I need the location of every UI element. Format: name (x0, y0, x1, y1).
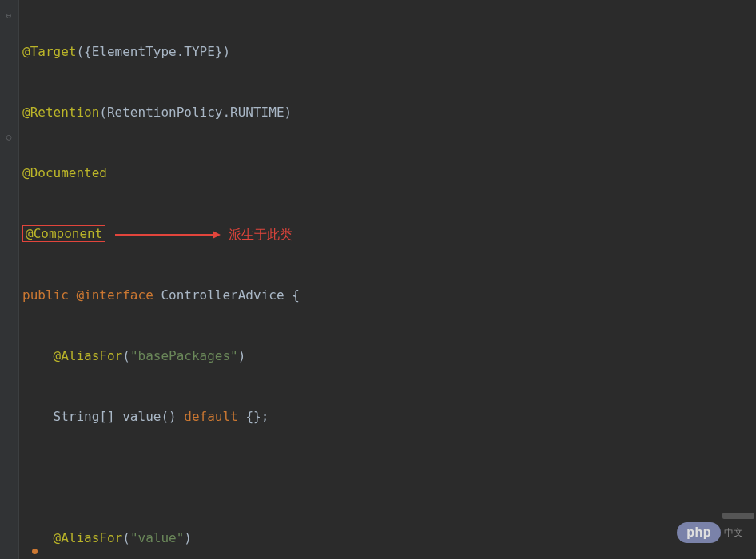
retention-args: (RetentionPolicy.RUNTIME) (99, 105, 292, 120)
string-value: "value" (130, 530, 184, 545)
annotation-component: @Component (22, 225, 105, 242)
annotation-retention: @Retention (22, 105, 99, 120)
annotation-documented: @Documented (22, 165, 107, 180)
kw-public: public (22, 287, 69, 303)
code-line: @AliasFor("value") (22, 523, 756, 553)
code-line: @Component派生于此类 (22, 219, 756, 250)
default-value: {} (245, 409, 261, 424)
bulb-icon[interactable] (32, 549, 38, 554)
arrow-icon (115, 234, 219, 236)
kw-default: default (184, 409, 237, 424)
annotation-aliasfor: @AliasFor (54, 348, 123, 363)
code-line: @Documented (22, 158, 756, 188)
editor-gutter: ⊖ ○ (0, 0, 19, 559)
annotation-target: @Target (22, 44, 76, 59)
blank-line (22, 462, 756, 493)
target-args: ({ElementType.TYPE}) (76, 44, 230, 59)
method-name: value (122, 409, 161, 424)
fold-icon[interactable]: ⊖ (3, 10, 14, 21)
code-line: @AliasFor("basePackages") (22, 341, 756, 371)
paren-close: ) (238, 348, 246, 363)
horizontal-scrollbar[interactable] (722, 513, 754, 519)
code-line: @Retention(RetentionPolicy.RUNTIME) (22, 97, 756, 128)
code-editor[interactable]: @Target({ElementType.TYPE}) @Retention(R… (0, 0, 756, 559)
return-type: String[] (54, 409, 115, 424)
code-line: @Target({ElementType.TYPE}) (22, 37, 756, 67)
code-line: public @interface ControllerAdvice { (22, 280, 756, 311)
arrow-label: 派生于此类 (229, 220, 292, 250)
code-line: String[] value() default {}; (22, 402, 756, 432)
paren-open: ( (122, 348, 130, 363)
kw-atinterface: @interface (76, 287, 153, 303)
php-logo: php (677, 522, 721, 543)
watermark-text: 中文 (724, 526, 743, 540)
watermark: php 中文 (677, 522, 743, 543)
type-name: ControllerAdvice (161, 287, 284, 303)
arrow-annotation: 派生于此类 (115, 220, 292, 250)
brace-open: { (292, 287, 300, 303)
override-icon[interactable]: ○ (3, 131, 14, 142)
annotation-aliasfor: @AliasFor (54, 530, 123, 545)
string-basepackages: "basePackages" (130, 348, 238, 363)
